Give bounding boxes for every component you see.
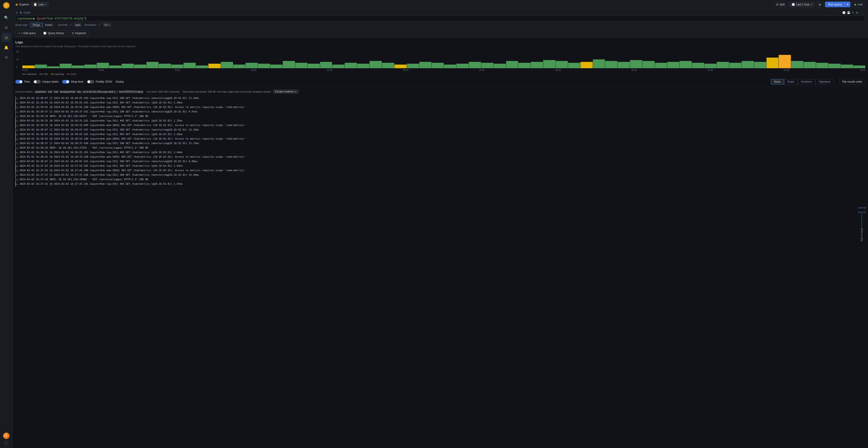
sidebar-item-explore[interactable]: ◎ [2,33,11,42]
log-filter-tab-numbers[interactable]: Numbers [798,79,815,84]
log-expand-icon[interactable]: ▶ [17,133,18,136]
chart-bar[interactable] [531,62,543,68]
log-line[interactable]: ▶2024-03-02 16:38:37 [I 2024-03-02 16:38… [16,141,865,146]
chart-bar[interactable] [791,61,803,68]
chart-bar[interactable] [667,62,680,68]
chart-bar[interactable] [816,63,828,68]
line-limit-value[interactable]: auto [74,23,82,27]
log-line[interactable]: ▶2024-03-02 16:39:07 [I 2024-03-02 16:39… [16,128,865,132]
chart-bar[interactable] [134,65,146,68]
sidebar-item-config[interactable]: ⚙ [2,53,11,62]
log-line[interactable]: ▶2024-03-02 16:39:25 [W 2024-03-02 16:39… [16,118,865,123]
log-line[interactable]: ▶2024-03-02 16:37:55 [W 2024-03-02 16:37… [16,164,865,168]
app-logo[interactable]: ⚡ [3,2,10,9]
sidebar-item-alerts[interactable]: 🔔 [2,43,11,52]
chart-bar[interactable] [122,64,134,68]
avatar[interactable]: U [3,433,9,439]
escape-newlines-button[interactable]: Escape newlines ⚠ [273,90,299,94]
log-line[interactable]: ▶2024-03-02 16:37:55 [W 2024-03-02 16:37… [16,168,865,173]
chart-bar[interactable] [643,61,655,68]
log-expand-icon[interactable]: ▶ [17,97,18,100]
chart-bar[interactable] [320,62,332,68]
chart-bar[interactable] [47,66,59,68]
chart-bar[interactable] [506,61,518,68]
log-expand-icon[interactable]: ▶ [17,110,18,114]
chart-bar[interactable] [283,61,295,68]
log-filter-tab-signature[interactable]: Signature [815,79,834,84]
chart-bar[interactable] [829,64,841,68]
log-line[interactable]: ▶2024-03-02 16:39:25 [W 2024-03-02 16:39… [16,123,865,128]
chart-bar[interactable] [680,61,692,68]
chart-bar[interactable] [246,63,258,68]
chart-bar[interactable] [295,63,307,68]
log-line[interactable]: ▶2024-03-02 16:39:55 [W 2024-03-02 16:39… [16,101,865,105]
log-line[interactable]: ▶2024-03-02 16:39:55 [W 2024-03-02 16:39… [16,105,865,109]
chart-bar[interactable] [630,60,642,68]
time-range-button[interactable]: 🕐 Last 1 hour ▾ [789,2,815,7]
log-expand-icon[interactable]: ▶ [17,128,18,132]
log-line[interactable]: ▶2024-03-02 16:38:25 [W 2024-03-02 16:38… [16,150,865,155]
log-expand-icon[interactable]: ▶ [17,124,18,127]
chart-bar[interactable] [184,63,196,68]
chart-bar[interactable] [221,62,233,68]
query-history-button[interactable]: 🕐 Query history [40,30,67,36]
log-expand-icon[interactable]: ▶ [17,146,18,150]
query-more-icon[interactable]: ⋮⋮ [860,11,865,14]
log-filter-tab-exact[interactable]: Exact [784,79,798,84]
log-expand-icon[interactable]: ▶ [17,164,18,168]
log-line[interactable]: ▶2024-03-02 16:38:34 INFO: 10.10.101.236… [16,146,865,150]
add-query-button[interactable]: + + Add query [16,30,38,36]
chart-bar[interactable] [159,64,171,68]
log-line[interactable]: ▶2024-03-02 16:37:25 [W 2024-03-02 16:37… [16,182,865,186]
flip-results-button[interactable]: Flip results order [839,79,865,85]
prettify-toggle[interactable] [87,80,94,83]
chart-bar[interactable] [35,65,47,68]
log-line[interactable]: ▶2024-03-02 16:38:55 [W 2024-03-02 16:38… [16,132,865,137]
chart-bar[interactable] [84,65,96,68]
chart-bar[interactable] [171,65,183,68]
chart-bar[interactable] [717,62,729,68]
zoom-out-button[interactable]: ⊖ [816,2,823,7]
chart-bar[interactable] [469,62,481,68]
log-line[interactable]: ▶2024-03-02 16:38:55 [W 2024-03-02 16:38… [16,137,865,141]
chart-bar[interactable] [494,64,506,68]
range-button[interactable]: Range [30,23,42,27]
sidebar-item-search[interactable]: 🔍 [2,13,11,22]
log-line[interactable]: ▶2024-03-02 16:39:37 [I 2024-03-02 16:39… [16,109,865,114]
log-browser-button[interactable]: Log browser ▶ [18,17,35,20]
chart-bar[interactable] [568,63,580,68]
chart-bar[interactable] [518,63,530,68]
chart-bar[interactable] [270,65,283,68]
chart-bar[interactable] [692,63,704,68]
inspector-button[interactable]: ⊙ Inspector [69,30,89,36]
label-tag[interactable]: hub-575f76477b-mtg7g [118,90,144,93]
log-expand-icon[interactable]: ▶ [17,169,18,173]
split-button[interactable]: ⊟ Split [774,2,787,7]
run-query-button[interactable]: Run query [825,2,845,7]
chart-bar[interactable] [395,65,407,68]
sidebar-item-dashboards[interactable]: ⊞ [2,23,11,32]
log-expand-icon[interactable]: ▶ [17,173,18,177]
label-tag[interactable]: ip-10-10-101-236.us-gov-east-1... [82,90,118,93]
sidebar-item-help[interactable]: ? [4,440,9,446]
resolution-info-icon[interactable]: ℹ [99,24,100,26]
log-expand-icon[interactable]: ▶ [17,182,18,186]
label-tag[interactable]: dev [76,90,82,93]
chart-bar[interactable] [370,61,382,68]
log-expand-icon[interactable]: ▶ [17,115,18,118]
query-save-icon[interactable]: 💾 [847,11,850,14]
log-expand-icon[interactable]: ▶ [17,151,18,154]
chart-bar[interactable] [432,63,444,68]
label-tag[interactable]: jupyterhub [34,90,47,93]
log-line[interactable]: ▶2024-03-02 16:38:07 [I 2024-03-02 16:38… [16,159,865,164]
query-code[interactable]: {pod="hub-575f76477b-mtg7g"} [37,17,86,20]
log-expand-icon[interactable]: ▶ [17,156,18,159]
chart-bar[interactable] [853,66,865,68]
log-expand-icon[interactable]: ▶ [17,101,18,105]
chart-bar[interactable] [22,66,35,68]
log-expand-icon[interactable]: ▶ [17,137,18,141]
log-expand-icon[interactable]: ▶ [17,142,18,145]
chart-bar[interactable] [556,61,568,68]
resolution-value[interactable]: 1/1 ▾ [103,23,112,27]
chart-bar[interactable] [109,66,121,68]
